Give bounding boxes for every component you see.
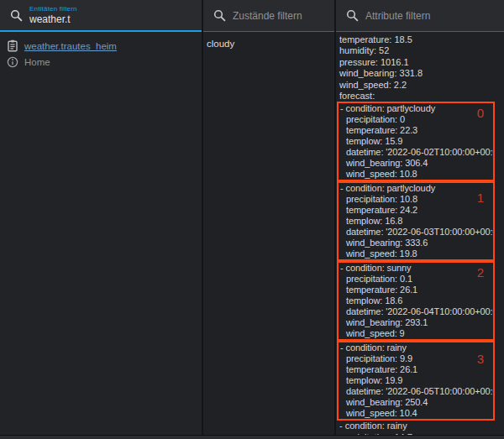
attribute-line: wind_bearing: 331.8 bbox=[336, 68, 504, 79]
attributes-cell: temperature: 18.5 humidity: 52 pressure:… bbox=[336, 32, 504, 439]
state-filter-field[interactable] bbox=[203, 0, 334, 32]
clipboard-text-icon[interactable] bbox=[7, 39, 18, 52]
forecast-line: templow: 18.6 bbox=[339, 295, 493, 306]
annotation-label: 0 bbox=[477, 107, 484, 118]
forecast-line: wind_speed: 10.4 bbox=[339, 408, 493, 419]
forecast-line: - condition: partlycloudy bbox=[339, 183, 493, 194]
forecast-line: temperature: 26.1 bbox=[339, 285, 493, 295]
entity-list: weather.trautes_heim Home bbox=[0, 34, 202, 70]
annotation-label: 1 bbox=[477, 192, 484, 203]
forecast-line: wind_speed: 19.8 bbox=[339, 248, 493, 259]
forecast-line: temperature: 26.1 bbox=[339, 364, 493, 375]
forecast-line: wind_speed: 9 bbox=[339, 328, 493, 339]
entity-row-weather[interactable]: weather.trautes_heim bbox=[0, 38, 202, 54]
forecast-line: temperature: 22.3 bbox=[339, 125, 493, 136]
forecast-line: wind_speed: 10.8 bbox=[339, 169, 493, 180]
entity-filter-label: Entitäten filtern bbox=[29, 5, 185, 13]
attribute-line: wind_speed: 2.2 bbox=[336, 80, 504, 91]
forecast-line: datetime: '2022-06-03T10:00:00+00:00' bbox=[339, 227, 493, 238]
attribute-line: humidity: 52 bbox=[336, 45, 504, 56]
attributes-column: temperature: 18.5 humidity: 52 pressure:… bbox=[336, 0, 504, 439]
forecast-annotation-box-2: 2 - condition: sunny precipitation: 0.1 … bbox=[337, 261, 495, 341]
attribute-filter-input[interactable] bbox=[365, 10, 504, 22]
forecast-line: templow: 19.9 bbox=[339, 375, 493, 386]
forecast-annotation-box-0: 0 - condition: partlycloudy precipitatio… bbox=[337, 102, 495, 181]
entity-friendly-name: Home bbox=[24, 57, 50, 67]
attribute-line: temperature: 18.5 bbox=[336, 34, 504, 45]
attribute-line: pressure: 1016.1 bbox=[336, 57, 504, 68]
column-divider bbox=[334, 0, 336, 439]
state-value: cloudy bbox=[207, 39, 234, 49]
forecast-line: precipitation: 10.8 bbox=[339, 194, 493, 205]
forecast-line: datetime: '2022-06-05T10:00:00+00:00' bbox=[339, 386, 493, 397]
entity-filter-input[interactable] bbox=[29, 13, 185, 25]
column-divider bbox=[202, 0, 203, 439]
entity-row-name[interactable]: Home bbox=[0, 54, 202, 70]
entity-link[interactable]: weather.trautes_heim bbox=[24, 41, 117, 51]
forecast-line: temperature: 24.2 bbox=[339, 205, 493, 216]
info-icon[interactable] bbox=[7, 56, 18, 68]
forecast-line: wind_bearing: 333.6 bbox=[339, 238, 493, 248]
forecast-line: wind_bearing: 306.4 bbox=[339, 158, 493, 169]
attribute-line: forecast: bbox=[336, 91, 504, 102]
forecast-line: - condition: sunny bbox=[339, 263, 493, 274]
state-cell: cloudy bbox=[203, 32, 334, 54]
search-icon bbox=[213, 9, 226, 22]
horizontal-scrollbar-track[interactable] bbox=[0, 435, 504, 439]
forecast-line: datetime: '2022-06-02T10:00:00+00:00' bbox=[339, 147, 493, 158]
forecast-line: templow: 16.8 bbox=[339, 216, 493, 227]
search-icon bbox=[10, 9, 23, 22]
states-column: cloudy bbox=[203, 0, 334, 439]
attribute-filter-field[interactable] bbox=[336, 0, 504, 32]
annotation-label: 2 bbox=[477, 267, 484, 278]
forecast-line: wind_bearing: 293.1 bbox=[339, 317, 493, 328]
forecast-line: - condition: rainy bbox=[339, 342, 493, 353]
forecast-line: wind_bearing: 250.4 bbox=[339, 397, 493, 408]
forecast-annotation-box-1: 1 - condition: partlycloudy precipitatio… bbox=[337, 181, 495, 261]
annotation-label: 3 bbox=[477, 353, 484, 364]
dev-tools-states-page: Entitäten filtern weather.trautes_heim bbox=[0, 0, 504, 439]
search-icon bbox=[346, 9, 359, 22]
forecast-line: precipitation: 9.9 bbox=[339, 353, 493, 364]
forecast-line: templow: 15.9 bbox=[339, 136, 493, 147]
forecast-line: precipitation: 0 bbox=[339, 114, 493, 125]
entity-filter-field[interactable]: Entitäten filtern bbox=[0, 0, 202, 32]
forecast-annotation-box-3: 3 - condition: rainy precipitation: 9.9 … bbox=[337, 341, 495, 421]
forecast-line: datetime: '2022-06-04T10:00:00+00:00' bbox=[339, 306, 493, 317]
forecast-line: - condition: partlycloudy bbox=[339, 103, 493, 114]
attribute-line: - condition: rainy bbox=[336, 421, 504, 431]
entities-column: Entitäten filtern weather.trautes_heim bbox=[0, 0, 202, 439]
forecast-line: precipitation: 0.1 bbox=[339, 274, 493, 285]
